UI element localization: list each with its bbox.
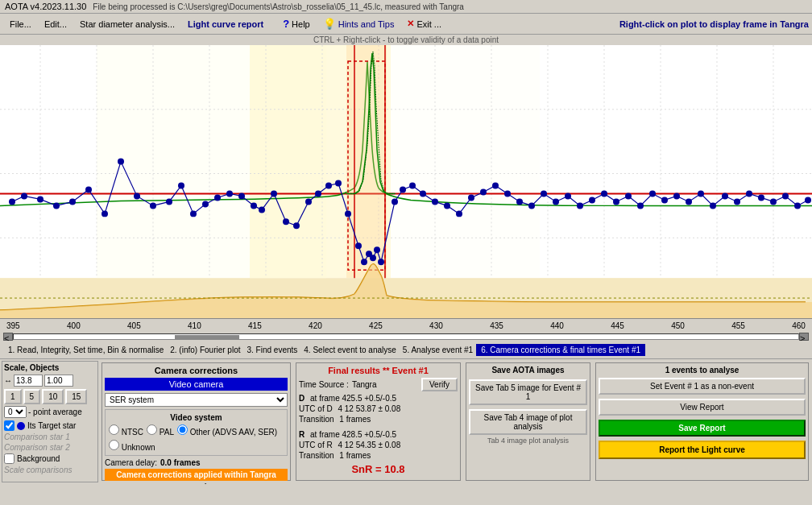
exit-menu[interactable]: ✕ Exit ...: [400, 16, 448, 31]
scale-row: ↔: [4, 374, 96, 387]
r-label: R: [299, 430, 304, 439]
ntsc-label[interactable]: NTSC: [109, 424, 143, 437]
comp1-label: Comparison star 1: [4, 433, 70, 441]
target-star-dot: [17, 422, 25, 430]
camera-delay-label: Camera delay:: [105, 458, 157, 467]
d-utc-value: 4 12 53.87 ± 0.08: [338, 404, 400, 413]
scale-value1-input[interactable]: [14, 375, 43, 387]
save-panel: Save AOTA images Save Tab 5 image for Ev…: [466, 362, 590, 481]
step6[interactable]: 6. Camera corrections & final times Even…: [476, 344, 645, 356]
scroll-track[interactable]: [13, 333, 799, 340]
point-avg-select[interactable]: 0: [4, 406, 27, 418]
background-check[interactable]: [4, 453, 14, 464]
scale-btns: 1 5 10 15: [4, 389, 96, 404]
x-label-395: 395: [6, 321, 20, 330]
other-radio[interactable]: [177, 424, 188, 435]
scale-value2-input[interactable]: [44, 375, 73, 387]
exit-label: Exit ...: [416, 19, 441, 29]
r-transition-value: 1 frames: [339, 451, 371, 460]
ntsc-radio[interactable]: [109, 424, 119, 435]
title-bar: AOTA v4.2023.11.30 File being processed …: [0, 0, 812, 14]
step4[interactable]: 4. Select event to analyse: [300, 345, 400, 355]
step1[interactable]: 1. Read, Integrity, Set time, Bin & norm…: [5, 345, 167, 355]
help-icon: ?: [283, 18, 289, 30]
r-utc-row: UTC of R 4 12 54.35 ± 0.08: [299, 441, 458, 449]
help-menu[interactable]: ? Help: [276, 15, 317, 32]
left-panel: Scale, Objects ↔ 1 5 10 15 0 - point ave…: [2, 361, 98, 482]
x-label-400: 400: [67, 321, 81, 330]
notice2: stamp to start of exposure: [105, 482, 288, 484]
d-label: D: [299, 394, 304, 403]
save-tab4-button[interactable]: Save Tab 4 image of plot analysis: [469, 409, 587, 435]
svg-rect-4: [391, 45, 540, 278]
target-star-check[interactable]: [4, 420, 14, 431]
pal-label[interactable]: PAL: [147, 424, 174, 437]
x-label-420: 420: [309, 321, 322, 330]
results-title: Final results ** Event #1: [299, 366, 458, 375]
r-frame: at frame 428.5 +0.5/-0.5: [310, 430, 396, 439]
scale-comp-row: Scale comparisons: [4, 465, 96, 475]
x-axis: 395 400 405 410 415 420 425 430 435 440 …: [0, 319, 812, 332]
file-menu[interactable]: File...: [3, 17, 38, 31]
light-curve-menu[interactable]: Light curve report: [181, 17, 270, 31]
save-images-title: Save AOTA images: [469, 366, 587, 375]
star-diameter-menu[interactable]: Star diameter analysis...: [73, 17, 181, 31]
verify-button[interactable]: Verify: [421, 378, 458, 391]
scroll-thumb[interactable]: [175, 335, 239, 340]
controls-area: Scale, Objects ↔ 1 5 10 15 0 - point ave…: [0, 359, 812, 484]
camera-title: Camera corrections: [105, 366, 288, 375]
comp1-row: Comparison star 1: [4, 432, 96, 442]
r-utc-label: UTC of R: [299, 441, 333, 449]
unknown-radio[interactable]: [109, 440, 119, 450]
step2[interactable]: 2. (info) Fourier plot: [167, 345, 243, 355]
help-label: Help: [292, 19, 310, 29]
d-row: D at frame 425.5 +0.5/-0.5: [299, 394, 458, 403]
save-tab5-button[interactable]: Save Tab 5 image for Event # 1: [469, 379, 587, 405]
background-row: Background: [4, 453, 96, 465]
scale-comp-label: Scale comparisons: [4, 466, 72, 474]
other-label[interactable]: Other (ADVS AAV, SER): [177, 424, 277, 437]
scale-btn-5[interactable]: 5: [23, 389, 41, 404]
r-utc-value: 4 12 54.35 ± 0.08: [338, 441, 400, 449]
unknown-label[interactable]: Unknown: [109, 440, 155, 452]
scroll-area[interactable]: < >: [0, 332, 812, 341]
chart-svg: [0, 45, 812, 318]
x-label-430: 430: [429, 321, 443, 330]
scale-btn-15[interactable]: 15: [65, 389, 87, 404]
point-avg-label: - point average: [28, 408, 82, 416]
view-report-button[interactable]: View Report: [599, 399, 806, 416]
camera-panel: Camera corrections Video camera SER syst…: [102, 362, 291, 481]
edit-menu[interactable]: Edit...: [38, 17, 73, 31]
step3[interactable]: 3. Find events: [244, 345, 301, 355]
comp2-label: Comparison star 2: [4, 443, 70, 452]
d-transition-row: Transition 1 frames: [299, 415, 458, 424]
x-label-405: 405: [127, 321, 141, 330]
results-panel: Final results ** Event #1 Time Source : …: [296, 362, 461, 481]
pal-radio[interactable]: [147, 424, 157, 435]
scale-btn-10[interactable]: 10: [42, 389, 64, 404]
d-utc-row: UTC of D 4 12 53.87 ± 0.08: [299, 404, 458, 413]
menu-bar: File... Edit... Star diameter analysis..…: [0, 14, 812, 35]
d-utc-label: UTC of D: [299, 404, 333, 413]
scroll-left-btn[interactable]: <: [3, 333, 13, 341]
scroll-right-btn[interactable]: >: [799, 333, 809, 341]
step5[interactable]: 5. Analyse event #1: [400, 345, 476, 355]
save-report-button[interactable]: Save Report: [599, 420, 806, 437]
set-event-button[interactable]: Set Event # 1 as a non-event: [599, 378, 806, 395]
d-transition-label: Transition: [299, 415, 334, 424]
svg-rect-23: [346, 45, 387, 278]
camera-delay-value: 0.0 frames: [160, 458, 200, 467]
x-label-425: 425: [369, 321, 383, 330]
report-lc-button[interactable]: Report the Light curve: [599, 441, 806, 459]
ctrl-hint: CTRL + Right-click - to toggle validity …: [0, 35, 812, 45]
video-system-panel: Video system NTSC PAL Other (ADVS AAV, S…: [105, 409, 288, 456]
x-label-440: 440: [550, 321, 564, 330]
spacer1: [299, 425, 458, 428]
video-system-select[interactable]: SER system AVI FITS: [105, 393, 288, 407]
camera-delay-row: Camera delay: 0.0 frames: [105, 458, 288, 467]
d-transition-value: 1 frames: [339, 415, 371, 424]
tab4-sublabel: Tab 4 image plot analysis: [469, 437, 587, 445]
events-title: 1 events to analyse: [599, 366, 806, 375]
scale-btn-1[interactable]: 1: [4, 389, 22, 404]
hints-menu[interactable]: 💡 Hints and Tips: [317, 15, 401, 32]
